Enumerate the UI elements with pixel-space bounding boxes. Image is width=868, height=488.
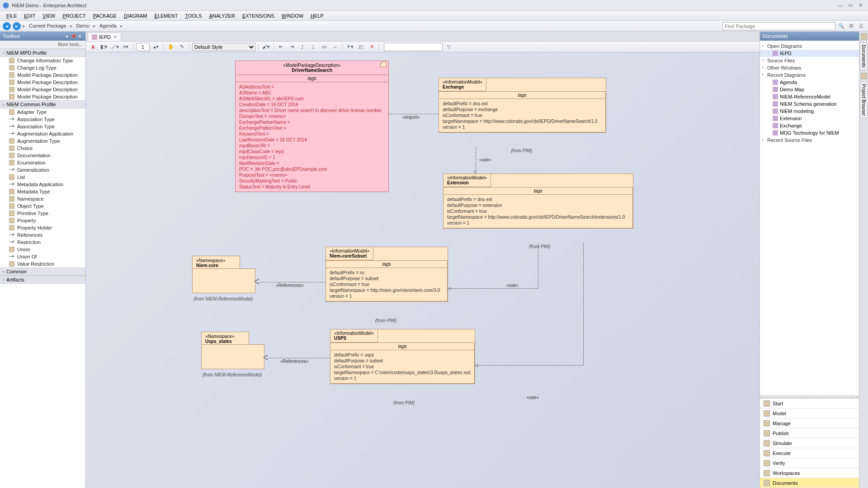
toolbox-item[interactable]: Change Log Type bbox=[0, 64, 85, 71]
documents-item[interactable]: IEPD bbox=[760, 50, 859, 57]
canvas[interactable]: «ModelPackageDescription» DriverNameSear… bbox=[86, 52, 760, 488]
perspective-verify[interactable]: Verify bbox=[760, 458, 859, 468]
toolbox-item[interactable]: Documentation bbox=[0, 152, 85, 159]
toolbox-item[interactable]: Association Type bbox=[0, 123, 85, 130]
toolbox-item[interactable]: List bbox=[0, 174, 85, 181]
menu-edit[interactable]: EDIT bbox=[20, 12, 39, 19]
menu-icon[interactable]: ☰ bbox=[857, 22, 865, 30]
element-driver-name-search[interactable]: «ModelPackageDescription» DriverNameSear… bbox=[235, 61, 389, 192]
zoom-stepper-icon[interactable]: ▴▾ bbox=[151, 42, 160, 52]
toolbox-item[interactable]: Choice bbox=[0, 145, 85, 152]
toolbox-section[interactable]: NIEM Common Profile bbox=[0, 100, 85, 108]
documents-item[interactable]: MDG Technology for NIEM bbox=[760, 129, 859, 136]
right-tab-icon[interactable] bbox=[861, 33, 867, 40]
menu-project[interactable]: PROJECT bbox=[59, 12, 89, 19]
breadcrumb-item[interactable]: Agenda bbox=[96, 23, 120, 28]
right-tab-documents[interactable]: Documents bbox=[860, 42, 868, 70]
perspective-model[interactable]: Model bbox=[760, 408, 859, 418]
toolbox-item[interactable]: Object Type bbox=[0, 202, 85, 210]
fill-color-icon[interactable]: ◧▾ bbox=[99, 42, 108, 52]
delete-icon[interactable]: ✕ bbox=[367, 42, 376, 52]
toolbox-item[interactable]: Property bbox=[0, 217, 85, 224]
menu-file[interactable]: FILE bbox=[3, 12, 20, 19]
toolbox-item[interactable]: Generalization bbox=[0, 166, 85, 174]
menu-window[interactable]: WINDOW bbox=[278, 12, 307, 19]
toolbox-item[interactable]: Adapter Type bbox=[0, 108, 85, 116]
toolbox-dropdown-icon[interactable]: ▾ bbox=[64, 34, 70, 39]
style-select[interactable]: Default Style bbox=[192, 43, 255, 51]
perspective-simulate[interactable]: Simulate bbox=[760, 438, 859, 448]
element-ns-usps-body[interactable] bbox=[201, 344, 264, 369]
tool-a-icon[interactable]: ⚘▾ bbox=[345, 42, 354, 52]
filter-icon[interactable]: ▽ bbox=[444, 42, 453, 52]
align-top-icon[interactable]: ⤴ bbox=[298, 42, 307, 52]
menu-package[interactable]: PACKAGE bbox=[90, 12, 120, 19]
element-usps[interactable]: «InformationModel» USPS tags defaultPref… bbox=[330, 329, 475, 384]
space-horiz-icon[interactable]: ↔ bbox=[330, 42, 340, 52]
right-tab-icon[interactable] bbox=[861, 73, 867, 79]
toolbox-item[interactable]: Change Information Type bbox=[0, 57, 85, 64]
tool-b-icon[interactable]: ◰ bbox=[356, 42, 365, 52]
tab-close-icon[interactable]: ✕ bbox=[113, 34, 117, 39]
tab-iepd[interactable]: IEPD ✕ bbox=[88, 32, 121, 41]
toolbox-section[interactable]: Artifacts bbox=[0, 276, 85, 284]
line-color-icon[interactable]: ／▾ bbox=[110, 42, 119, 52]
element-extension[interactable]: «InformationModel» Extension tags defaul… bbox=[443, 174, 633, 229]
perspective-execute[interactable]: Execute bbox=[760, 448, 859, 458]
toolbox-item[interactable]: Augmentation Application bbox=[0, 130, 85, 137]
perspective-documents[interactable]: Documents bbox=[760, 478, 859, 488]
documents-section[interactable]: Recent Source Files bbox=[760, 136, 859, 144]
element-ns-niem-core-body[interactable] bbox=[192, 268, 255, 293]
font-color-icon[interactable]: A bbox=[89, 42, 98, 52]
search-icon[interactable]: 🔍 bbox=[837, 22, 845, 30]
toolbox-close-icon[interactable]: ✕ bbox=[76, 34, 83, 39]
documents-item[interactable]: Agenda bbox=[760, 79, 859, 86]
toolbox-item[interactable]: Namespace bbox=[0, 195, 85, 202]
find-package-input[interactable] bbox=[722, 22, 835, 30]
diagram-search-input[interactable] bbox=[384, 43, 443, 51]
line-width-icon[interactable]: ≡▾ bbox=[121, 42, 130, 52]
toolbox-section[interactable]: NIEM MPD Profile bbox=[0, 49, 85, 57]
menu-analyzer[interactable]: ANALYZER bbox=[206, 12, 239, 19]
toolbox-more-link[interactable]: More tools... bbox=[58, 42, 83, 47]
documents-section[interactable]: Other Windows bbox=[760, 64, 859, 71]
zoom-input[interactable] bbox=[136, 43, 150, 51]
right-tab-project-browser[interactable]: Project Browser bbox=[860, 82, 868, 118]
toolbox-item[interactable]: Primitive Type bbox=[0, 210, 85, 217]
align-left-icon[interactable]: ⇤ bbox=[276, 42, 285, 52]
menu-extensions[interactable]: EXTENSIONS bbox=[239, 12, 278, 19]
settings-icon[interactable]: ⚙ bbox=[847, 22, 855, 30]
toolbox-item[interactable]: Restriction bbox=[0, 239, 85, 246]
documents-item[interactable]: NIEM-ReferenceModel bbox=[760, 93, 859, 100]
nav-back-button[interactable]: ◄ bbox=[3, 22, 11, 30]
documents-item[interactable]: NIEM Schema generation bbox=[760, 100, 859, 108]
perspective-start[interactable]: Start bbox=[760, 399, 859, 408]
toolbox-item[interactable]: Model Package Description bbox=[0, 71, 85, 79]
toolbox-item[interactable]: Union bbox=[0, 246, 85, 253]
toolbox-item[interactable]: Metadata Application bbox=[0, 181, 85, 188]
documents-item[interactable]: Demo Map bbox=[760, 86, 859, 93]
menu-view[interactable]: VIEW bbox=[39, 12, 59, 19]
toolbox-item[interactable]: Metadata Type bbox=[0, 188, 85, 195]
align-bottom-icon[interactable]: ⤵ bbox=[309, 42, 318, 52]
toolbox-item[interactable]: Enumeration bbox=[0, 159, 85, 166]
maximize-button[interactable]: ▭ bbox=[845, 2, 855, 8]
nav-forward-button[interactable]: ► bbox=[13, 22, 21, 30]
toolbox-item[interactable]: References bbox=[0, 231, 85, 239]
menu-tools[interactable]: TOOLS bbox=[182, 12, 206, 19]
toolbox-item[interactable]: Augmentation Type bbox=[0, 137, 85, 145]
documents-section[interactable]: Recent Diagrams bbox=[760, 71, 859, 79]
element-niem-core-subset[interactable]: «InformationModel» Niem-coreSubset tags … bbox=[326, 247, 448, 302]
perspective-manage[interactable]: Manage bbox=[760, 418, 859, 428]
toolbox-item[interactable]: Property Holder bbox=[0, 224, 85, 231]
breadcrumb-item[interactable]: Current Package bbox=[25, 23, 70, 28]
perspective-publish[interactable]: Publish bbox=[760, 428, 859, 438]
breadcrumb-item[interactable]: Demo bbox=[73, 23, 93, 28]
documents-item[interactable]: Exchange bbox=[760, 122, 859, 129]
toolbox-item[interactable]: Model Package Description bbox=[0, 93, 85, 100]
element-exchange[interactable]: «InformationModel» Exchange tags default… bbox=[439, 78, 606, 133]
apply-style-icon[interactable]: 🖌▾ bbox=[261, 42, 270, 52]
edit-tool-icon[interactable]: ✎ bbox=[177, 42, 186, 52]
menu-diagram[interactable]: DIAGRAM bbox=[120, 12, 151, 19]
toolbox-item[interactable]: Value Restriction bbox=[0, 260, 85, 267]
